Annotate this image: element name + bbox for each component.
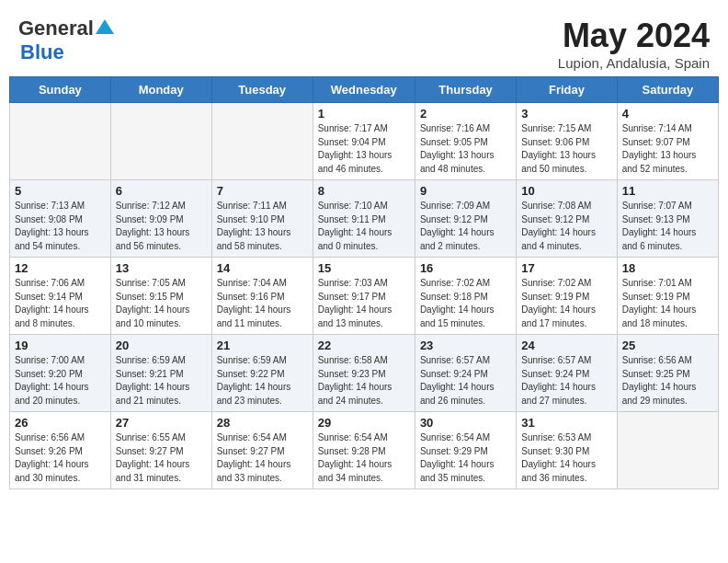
calendar-day-cell: 27Sunrise: 6:55 AM Sunset: 9:27 PM Dayli… — [110, 412, 211, 489]
day-info: Sunrise: 6:53 AM Sunset: 9:30 PM Dayligh… — [521, 431, 611, 485]
day-number: 22 — [318, 339, 410, 352]
weekday-header-wednesday: Wednesday — [313, 77, 415, 103]
calendar-day-cell: 6Sunrise: 7:12 AM Sunset: 9:09 PM Daylig… — [110, 180, 211, 258]
day-number: 11 — [622, 184, 713, 198]
location: Lupion, Andalusia, Spain — [558, 55, 710, 71]
day-info: Sunrise: 7:16 AM Sunset: 9:05 PM Dayligh… — [420, 122, 511, 176]
calendar-day-cell: 28Sunrise: 6:54 AM Sunset: 9:27 PM Dayli… — [211, 412, 313, 489]
calendar-day-cell: 10Sunrise: 7:08 AM Sunset: 9:12 PM Dayli… — [517, 180, 617, 258]
day-number: 25 — [622, 339, 713, 352]
day-number: 17 — [521, 261, 611, 275]
day-number: 8 — [318, 184, 410, 198]
day-info: Sunrise: 7:02 AM Sunset: 9:19 PM Dayligh… — [521, 277, 611, 330]
calendar-day-cell: 4Sunrise: 7:14 AM Sunset: 9:07 PM Daylig… — [617, 103, 718, 180]
day-info: Sunrise: 7:09 AM Sunset: 9:12 PM Dayligh… — [420, 200, 511, 253]
day-info: Sunrise: 7:08 AM Sunset: 9:12 PM Dayligh… — [521, 200, 611, 253]
logo: General Blue — [18, 17, 114, 64]
day-number: 29 — [318, 416, 410, 430]
day-info: Sunrise: 7:12 AM Sunset: 9:09 PM Dayligh… — [116, 200, 207, 253]
day-number: 13 — [116, 261, 207, 275]
calendar-week-row: 12Sunrise: 7:06 AM Sunset: 9:14 PM Dayli… — [10, 258, 719, 335]
calendar-day-cell: 8Sunrise: 7:10 AM Sunset: 9:11 PM Daylig… — [313, 180, 415, 258]
calendar-day-cell: 23Sunrise: 6:57 AM Sunset: 9:24 PM Dayli… — [415, 335, 516, 412]
weekday-header-tuesday: Tuesday — [211, 77, 313, 103]
logo-triangle-icon — [96, 19, 114, 34]
day-number: 3 — [521, 107, 611, 121]
day-info: Sunrise: 6:56 AM Sunset: 9:26 PM Dayligh… — [15, 431, 106, 485]
day-info: Sunrise: 7:02 AM Sunset: 9:18 PM Dayligh… — [420, 277, 511, 330]
day-number: 30 — [420, 416, 511, 430]
calendar-day-cell — [211, 103, 313, 180]
day-info: Sunrise: 6:56 AM Sunset: 9:25 PM Dayligh… — [622, 354, 713, 408]
day-info: Sunrise: 7:13 AM Sunset: 9:08 PM Dayligh… — [15, 200, 106, 253]
day-info: Sunrise: 7:05 AM Sunset: 9:15 PM Dayligh… — [116, 277, 207, 330]
calendar-day-cell: 13Sunrise: 7:05 AM Sunset: 9:15 PM Dayli… — [110, 258, 211, 335]
calendar-week-row: 26Sunrise: 6:56 AM Sunset: 9:26 PM Dayli… — [10, 412, 719, 489]
day-info: Sunrise: 7:06 AM Sunset: 9:14 PM Dayligh… — [15, 277, 106, 330]
calendar-day-cell: 30Sunrise: 6:54 AM Sunset: 9:29 PM Dayli… — [415, 412, 516, 489]
day-number: 19 — [15, 339, 106, 352]
day-info: Sunrise: 6:54 AM Sunset: 9:28 PM Dayligh… — [318, 431, 410, 485]
day-info: Sunrise: 7:10 AM Sunset: 9:11 PM Dayligh… — [318, 200, 410, 253]
calendar-day-cell — [10, 103, 111, 180]
day-info: Sunrise: 7:03 AM Sunset: 9:17 PM Dayligh… — [318, 277, 410, 330]
calendar-day-cell: 7Sunrise: 7:11 AM Sunset: 9:10 PM Daylig… — [211, 180, 313, 258]
day-info: Sunrise: 6:58 AM Sunset: 9:23 PM Dayligh… — [318, 354, 410, 408]
calendar-week-row: 1Sunrise: 7:17 AM Sunset: 9:04 PM Daylig… — [10, 103, 719, 180]
day-number: 28 — [217, 416, 308, 430]
weekday-header-saturday: Saturday — [617, 77, 718, 103]
day-info: Sunrise: 7:04 AM Sunset: 9:16 PM Dayligh… — [217, 277, 308, 330]
day-number: 31 — [521, 416, 611, 430]
calendar-table: SundayMondayTuesdayWednesdayThursdayFrid… — [9, 76, 719, 489]
calendar-day-cell: 22Sunrise: 6:58 AM Sunset: 9:23 PM Dayli… — [313, 335, 415, 412]
calendar-header: General Blue May 2024 Lupion, Andalusia,… — [9, 9, 719, 76]
calendar-day-cell — [110, 103, 211, 180]
calendar-day-cell: 9Sunrise: 7:09 AM Sunset: 9:12 PM Daylig… — [415, 180, 516, 258]
day-number: 20 — [116, 339, 207, 352]
calendar-day-cell: 3Sunrise: 7:15 AM Sunset: 9:06 PM Daylig… — [517, 103, 617, 180]
calendar-day-cell: 12Sunrise: 7:06 AM Sunset: 9:14 PM Dayli… — [10, 258, 111, 335]
day-info: Sunrise: 6:59 AM Sunset: 9:21 PM Dayligh… — [116, 354, 207, 408]
day-number: 26 — [15, 416, 106, 430]
day-number: 10 — [521, 184, 611, 198]
day-info: Sunrise: 6:57 AM Sunset: 9:24 PM Dayligh… — [521, 354, 611, 408]
day-number: 15 — [318, 261, 410, 275]
day-number: 4 — [622, 107, 713, 121]
day-number: 24 — [521, 339, 611, 352]
day-info: Sunrise: 6:59 AM Sunset: 9:22 PM Dayligh… — [217, 354, 308, 408]
day-info: Sunrise: 7:15 AM Sunset: 9:06 PM Dayligh… — [521, 122, 611, 176]
day-info: Sunrise: 7:07 AM Sunset: 9:13 PM Dayligh… — [622, 200, 713, 253]
logo-blue-text: Blue — [20, 40, 64, 64]
day-info: Sunrise: 7:01 AM Sunset: 9:19 PM Dayligh… — [622, 277, 713, 330]
weekday-header-monday: Monday — [110, 77, 211, 103]
day-number: 18 — [622, 261, 713, 275]
day-info: Sunrise: 6:57 AM Sunset: 9:24 PM Dayligh… — [420, 354, 511, 408]
calendar-day-cell: 1Sunrise: 7:17 AM Sunset: 9:04 PM Daylig… — [313, 103, 415, 180]
day-number: 27 — [116, 416, 207, 430]
calendar-day-cell: 29Sunrise: 6:54 AM Sunset: 9:28 PM Dayli… — [313, 412, 415, 489]
calendar-day-cell: 14Sunrise: 7:04 AM Sunset: 9:16 PM Dayli… — [211, 258, 313, 335]
calendar-day-cell: 24Sunrise: 6:57 AM Sunset: 9:24 PM Dayli… — [517, 335, 617, 412]
title-section: May 2024 Lupion, Andalusia, Spain — [558, 17, 710, 71]
calendar-day-cell: 19Sunrise: 7:00 AM Sunset: 9:20 PM Dayli… — [10, 335, 111, 412]
day-number: 21 — [217, 339, 308, 352]
logo-general-text: General — [18, 17, 94, 40]
day-number: 1 — [318, 107, 410, 121]
day-number: 9 — [420, 184, 511, 198]
day-number: 23 — [420, 339, 511, 352]
calendar-day-cell: 11Sunrise: 7:07 AM Sunset: 9:13 PM Dayli… — [617, 180, 718, 258]
calendar-day-cell: 18Sunrise: 7:01 AM Sunset: 9:19 PM Dayli… — [617, 258, 718, 335]
calendar-day-cell: 25Sunrise: 6:56 AM Sunset: 9:25 PM Dayli… — [617, 335, 718, 412]
calendar-day-cell: 5Sunrise: 7:13 AM Sunset: 9:08 PM Daylig… — [10, 180, 111, 258]
calendar-week-row: 19Sunrise: 7:00 AM Sunset: 9:20 PM Dayli… — [10, 335, 719, 412]
calendar-week-row: 5Sunrise: 7:13 AM Sunset: 9:08 PM Daylig… — [10, 180, 719, 258]
day-number: 7 — [217, 184, 308, 198]
day-info: Sunrise: 6:55 AM Sunset: 9:27 PM Dayligh… — [116, 431, 207, 485]
weekday-header-friday: Friday — [517, 77, 617, 103]
weekday-header-row: SundayMondayTuesdayWednesdayThursdayFrid… — [10, 77, 719, 103]
calendar-day-cell: 20Sunrise: 6:59 AM Sunset: 9:21 PM Dayli… — [110, 335, 211, 412]
calendar-day-cell: 2Sunrise: 7:16 AM Sunset: 9:05 PM Daylig… — [415, 103, 516, 180]
weekday-header-sunday: Sunday — [10, 77, 111, 103]
calendar-day-cell: 26Sunrise: 6:56 AM Sunset: 9:26 PM Dayli… — [10, 412, 111, 489]
day-number: 16 — [420, 261, 511, 275]
